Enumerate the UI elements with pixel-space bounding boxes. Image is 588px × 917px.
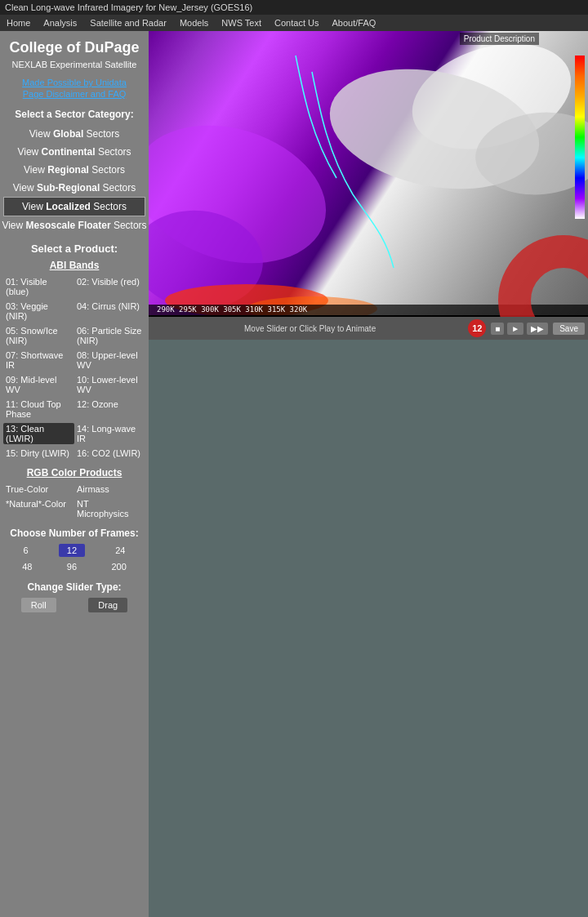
- rgb-row: True-ColorAirmass: [0, 482, 149, 496]
- band-item-15--dirty--lwir-[interactable]: 15: Dirty (LWIR): [3, 447, 74, 459]
- disclaimer-anchor[interactable]: Page Disclaimer and FAQ: [23, 89, 127, 99]
- band-item-12--ozone[interactable]: 12: Ozone: [74, 398, 145, 420]
- band-row: 09: Mid-level WV10: Lower-level WV: [0, 372, 149, 397]
- band-item-05--snow-ice--nir-[interactable]: 05: Snow/Ice (NIR): [3, 325, 74, 346]
- slider-type-row: RollDrag: [0, 596, 149, 614]
- product-desc-badge: Product Description: [460, 33, 539, 45]
- nav-item-models[interactable]: Models: [173, 15, 215, 31]
- band-row: 13: Clean (LWIR)14: Long-wave IR: [0, 421, 149, 446]
- animation-controls: Move Slider or Click Play to Animate 12 …: [149, 317, 588, 340]
- band-item-13--clean--lwir-[interactable]: 13: Clean (LWIR): [3, 423, 74, 444]
- main-layout: College of DuPage NEXLAB Experimental Sa…: [0, 31, 588, 917]
- band-row: 07: Shortwave IR08: Upper-level WV: [0, 348, 149, 372]
- rgb-item-nt-microphysics[interactable]: NT Microphysics: [74, 498, 145, 519]
- bands-list: 01: Visible (blue)02: Visible (red)03: V…: [0, 274, 149, 461]
- band-item-03--veggie--nir-[interactable]: 03: Veggie (NIR): [3, 300, 74, 322]
- nav-item-satellite-and-radar[interactable]: Satellite and Radar: [83, 15, 173, 31]
- frame-btn-96[interactable]: 96: [60, 560, 83, 573]
- nav-item-analysis[interactable]: Analysis: [37, 15, 83, 31]
- band-item-14--long-wave-ir[interactable]: 14: Long-wave IR: [74, 423, 145, 444]
- sector-global[interactable]: View Global Sectors: [0, 125, 149, 143]
- band-item-16--co2--lwir-[interactable]: 16: CO2 (LWIR): [74, 447, 145, 459]
- slider-type-drag[interactable]: Drag: [88, 598, 127, 612]
- rgb-item-airmass[interactable]: Airmass: [74, 483, 145, 495]
- nexlab-title: NEXLAB Experimental Satellite: [0, 60, 149, 74]
- nav-item-home[interactable]: Home: [0, 15, 37, 31]
- sector-localized[interactable]: View Localized Sectors: [3, 197, 145, 216]
- frame-btn-24[interactable]: 24: [109, 544, 131, 557]
- play-button[interactable]: ►: [507, 323, 523, 335]
- sectors-list: View Global SectorsView Continental Sect…: [0, 125, 149, 234]
- frame-btn-48[interactable]: 48: [16, 560, 38, 573]
- sector-category-label: Select a Sector Category:: [0, 105, 149, 125]
- unidata-anchor[interactable]: Made Possible by Unidata: [22, 78, 127, 87]
- nav-row: HomeAnalysisSatellite and RadarModelsNWS…: [0, 15, 588, 31]
- sector-continental[interactable]: View Continental Sectors: [0, 143, 149, 161]
- slider-type-label: Change Slider Type:: [0, 575, 149, 596]
- nav-item-contact-us[interactable]: Contact Us: [268, 15, 325, 31]
- fastforward-button[interactable]: ▶▶: [527, 323, 548, 335]
- band-row: 01: Visible (blue)02: Visible (red): [0, 274, 149, 299]
- stop-button[interactable]: ■: [491, 323, 504, 335]
- image-container: Product Description: [149, 31, 588, 317]
- band-row: 15: Dirty (LWIR)16: CO2 (LWIR): [0, 446, 149, 461]
- slider-label-text: Move Slider or Click Play to Animate: [152, 324, 468, 333]
- band-item-11--cloud-top-phase[interactable]: 11: Cloud Top Phase: [3, 398, 74, 420]
- band-item-10--lower-level-wv[interactable]: 10: Lower-level WV: [74, 374, 145, 395]
- frames-row-1: 61224: [0, 542, 149, 559]
- unidata-link[interactable]: Made Possible by Unidata: [0, 74, 149, 89]
- rgb-item-true-color[interactable]: True-Color: [3, 483, 74, 495]
- band-item-01--visible--blue-[interactable]: 01: Visible (blue): [3, 276, 74, 297]
- college-name: College of DuPage: [0, 31, 149, 60]
- rgb-list: True-ColorAirmass*Natural*-ColorNT Micro…: [0, 482, 149, 521]
- band-row: 03: Veggie (NIR)04: Cirrus (NIR): [0, 299, 149, 323]
- band-item-02--visible--red-[interactable]: 02: Visible (red): [74, 276, 145, 297]
- frame-btn-6[interactable]: 6: [17, 544, 35, 557]
- color-scale-bar: [575, 56, 585, 219]
- abi-bands-label: ABI Bands: [0, 258, 149, 274]
- slider-type-roll[interactable]: Roll: [21, 598, 56, 612]
- rgb-item--natural--color[interactable]: *Natural*-Color: [3, 498, 74, 519]
- sector-sub-regional[interactable]: View Sub-Regional Sectors: [0, 179, 149, 197]
- rgb-color-products-label: RGB Color Products: [0, 461, 149, 482]
- band-row: 11: Cloud Top Phase12: Ozone: [0, 397, 149, 421]
- sector-mesoscale-floater[interactable]: View Mesoscale Floater Sectors: [0, 216, 149, 234]
- frames-label: Choose Number of Frames:: [0, 521, 149, 542]
- nav-item-nws-text[interactable]: NWS Text: [215, 15, 268, 31]
- band-item-09--mid-level-wv[interactable]: 09: Mid-level WV: [3, 374, 74, 395]
- frame-btn-12[interactable]: 12: [59, 544, 85, 557]
- sidebar: College of DuPage NEXLAB Experimental Sa…: [0, 31, 149, 917]
- save-button[interactable]: Save: [553, 323, 585, 335]
- content-area: Product Description Move Slider or Click…: [149, 31, 588, 917]
- product-label: Select a Product:: [0, 234, 149, 258]
- band-row: 05: Snow/Ice (NIR)06: Particle Size (NIR…: [0, 323, 149, 348]
- rgb-row: *Natural*-ColorNT Microphysics: [0, 496, 149, 521]
- frame-count-badge: 12: [468, 319, 486, 337]
- title-bar: Clean Long-wave Infrared Imagery for New…: [0, 0, 588, 15]
- frame-btn-200[interactable]: 200: [105, 560, 132, 573]
- band-item-04--cirrus--nir-[interactable]: 04: Cirrus (NIR): [74, 300, 145, 322]
- title-text: Clean Long-wave Infrared Imagery for New…: [5, 2, 252, 12]
- band-item-08--upper-level-wv[interactable]: 08: Upper-level WV: [74, 349, 145, 371]
- disclaimer-link[interactable]: Page Disclaimer and FAQ: [0, 89, 149, 105]
- band-item-07--shortwave-ir[interactable]: 07: Shortwave IR: [3, 349, 74, 371]
- frames-row-2: 4896200: [0, 559, 149, 575]
- sector-regional[interactable]: View Regional Sectors: [0, 161, 149, 179]
- nav-item-about/faq[interactable]: About/FAQ: [325, 15, 382, 31]
- band-item-06--particle-size--nir-[interactable]: 06: Particle Size (NIR): [74, 325, 145, 346]
